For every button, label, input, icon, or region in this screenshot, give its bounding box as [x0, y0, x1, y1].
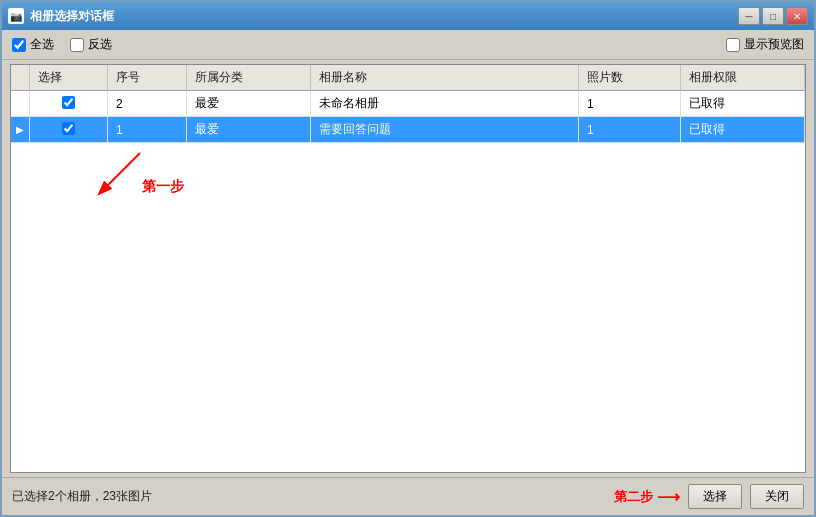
show-preview-label[interactable]: 显示预览图 — [726, 36, 804, 53]
th-count: 照片数 — [579, 65, 680, 91]
close-dialog-button[interactable]: 关闭 — [750, 484, 804, 509]
row-permission: 已取得 — [680, 117, 805, 143]
row-arrow-cell — [11, 91, 29, 117]
close-button[interactable]: ✕ — [786, 7, 808, 25]
deselect-label[interactable]: 反选 — [70, 36, 112, 53]
row-count: 1 — [579, 117, 680, 143]
select-all-label[interactable]: 全选 — [12, 36, 54, 53]
main-content: 选择 序号 所属分类 相册名称 照片数 相册权限 2最爱未命名相册1已取得▶1最… — [2, 60, 814, 477]
table-area: 选择 序号 所属分类 相册名称 照片数 相册权限 2最爱未命名相册1已取得▶1最… — [2, 60, 814, 477]
step2-arrow-icon: ⟶ — [657, 487, 680, 506]
th-category: 所属分类 — [186, 65, 310, 91]
dialog-window: 📷 相册选择对话框 ─ □ ✕ 全选 反选 显示预览图 — [0, 0, 816, 517]
row-arrow-cell: ▶ — [11, 117, 29, 143]
table-row[interactable]: 2最爱未命名相册1已取得 — [11, 91, 805, 117]
deselect-checkbox[interactable] — [70, 38, 84, 52]
titlebar-left: 📷 相册选择对话框 — [8, 8, 114, 25]
row-category: 最爱 — [186, 117, 310, 143]
th-arrow — [11, 65, 29, 91]
th-name: 相册名称 — [310, 65, 578, 91]
album-table: 选择 序号 所属分类 相册名称 照片数 相册权限 2最爱未命名相册1已取得▶1最… — [11, 65, 805, 143]
toolbar-left: 全选 反选 — [12, 36, 112, 53]
row-checkbox-cell[interactable] — [29, 91, 108, 117]
toolbar-right: 显示预览图 — [726, 36, 804, 53]
select-all-text: 全选 — [30, 36, 54, 53]
row-checkbox-cell[interactable] — [29, 117, 108, 143]
select-all-checkbox[interactable] — [12, 38, 26, 52]
step2-annotation: 第二步 ⟶ — [614, 487, 680, 506]
deselect-text: 反选 — [88, 36, 112, 53]
show-preview-text: 显示预览图 — [744, 36, 804, 53]
window-title: 相册选择对话框 — [30, 8, 114, 25]
th-select: 选择 — [29, 65, 108, 91]
minimize-button[interactable]: ─ — [738, 7, 760, 25]
row-seq: 2 — [108, 91, 187, 117]
row-name: 需要回答问题 — [310, 117, 578, 143]
titlebar-buttons: ─ □ ✕ — [738, 7, 808, 25]
titlebar: 📷 相册选择对话框 ─ □ ✕ — [2, 2, 814, 30]
table-container: 选择 序号 所属分类 相册名称 照片数 相册权限 2最爱未命名相册1已取得▶1最… — [10, 64, 806, 473]
th-permission: 相册权限 — [680, 65, 805, 91]
statusbar-right: 第二步 ⟶ 选择 关闭 — [614, 484, 804, 509]
row-permission: 已取得 — [680, 91, 805, 117]
maximize-button[interactable]: □ — [762, 7, 784, 25]
statusbar: 已选择2个相册，23张图片 第二步 ⟶ 选择 关闭 — [2, 477, 814, 515]
th-seq: 序号 — [108, 65, 187, 91]
table-header-row: 选择 序号 所属分类 相册名称 照片数 相册权限 — [11, 65, 805, 91]
row-count: 1 — [579, 91, 680, 117]
table-row[interactable]: ▶1最爱需要回答问题1已取得 — [11, 117, 805, 143]
step2-label: 第二步 — [614, 488, 653, 506]
row-seq: 1 — [108, 117, 187, 143]
row-name: 未命名相册 — [310, 91, 578, 117]
select-button[interactable]: 选择 — [688, 484, 742, 509]
row-checkbox[interactable] — [62, 96, 75, 109]
window-icon: 📷 — [8, 8, 24, 24]
toolbar: 全选 反选 显示预览图 — [2, 30, 814, 60]
status-text: 已选择2个相册，23张图片 — [12, 488, 152, 505]
row-checkbox[interactable] — [62, 122, 75, 135]
row-category: 最爱 — [186, 91, 310, 117]
show-preview-checkbox[interactable] — [726, 38, 740, 52]
